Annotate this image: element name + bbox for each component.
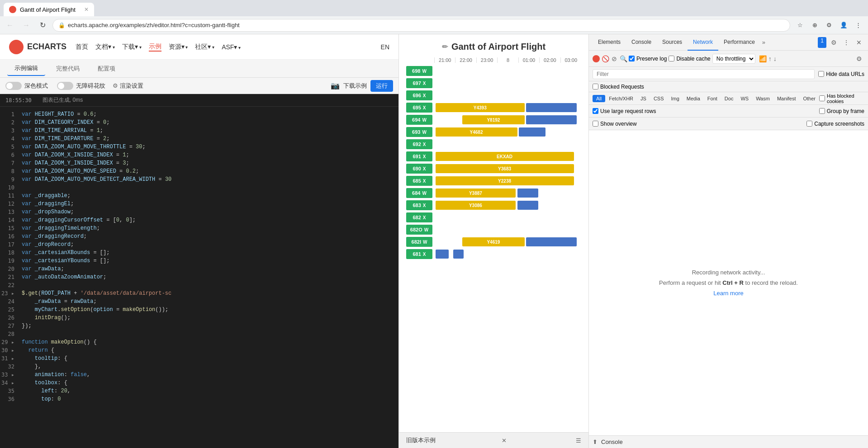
devtools-tabs: Elements Console Sources Network Perform…: [589, 34, 868, 51]
tab-network[interactable]: Network: [688, 34, 718, 51]
filter-button[interactable]: ⊘: [611, 55, 618, 62]
type-filter-fetch[interactable]: Fetch/XHR: [605, 95, 637, 102]
type-filter-font[interactable]: Font: [704, 95, 721, 102]
menu-button[interactable]: ⋮: [852, 19, 864, 32]
forward-button[interactable]: →: [20, 19, 33, 32]
gantt-rows: 698W 697X 696X: [406, 66, 581, 259]
main-area: ECHARTS 首页 文档▾ 下载▾ 示例 资源▾ 社区▾ ASF▾ EN 示例…: [0, 34, 868, 448]
code-content[interactable]: var HEIGHT_RATIO = 0.6; var DIM_CATEGORY…: [18, 107, 398, 448]
nav-examples[interactable]: 示例: [149, 42, 161, 52]
chart-container: ✏ Gantt of Airport Flight 21:00 22:00 23…: [399, 34, 588, 448]
camera-icon[interactable]: 📷: [331, 81, 340, 90]
tab-full-code[interactable]: 完整代码: [49, 62, 87, 75]
accessibility-switch[interactable]: [57, 82, 73, 90]
network-toolbar: 🚫 ⊘ 🔍 Preserve log Disable cache No thro…: [589, 51, 868, 67]
bookmark-button[interactable]: ☆: [794, 19, 806, 32]
nav-download[interactable]: 下载▾: [122, 43, 142, 51]
settings-button[interactable]: ⚙: [823, 19, 835, 32]
type-filter-all[interactable]: All: [593, 95, 605, 102]
gantt-row-691: 691X EKXAD: [406, 151, 581, 162]
banner-close-button[interactable]: ✕: [502, 437, 507, 444]
row-label-682: 682X: [406, 212, 432, 222]
tab-elements[interactable]: Elements: [593, 34, 626, 51]
echarts-header: ECHARTS 首页 文档▾ 下载▾ 示例 资源▾ 社区▾ ASF▾ EN: [0, 34, 398, 60]
nav-asf[interactable]: ASF▾: [222, 43, 241, 51]
type-filter-ws[interactable]: WS: [737, 95, 752, 102]
clear-button[interactable]: 🚫: [602, 55, 609, 62]
language-switch[interactable]: EN: [381, 43, 389, 51]
type-filter-other[interactable]: Other: [799, 95, 819, 102]
address-bar[interactable]: 🔒 echarts.apache.org/examples/zh/editor.…: [52, 19, 790, 32]
code-editor[interactable]: 12345 678910 1112131415 1617181920 21222…: [0, 107, 398, 448]
devtools-settings-icon[interactable]: ⚙: [828, 37, 839, 48]
learn-more-link[interactable]: Learn more: [713, 290, 743, 297]
preserve-log-checkbox[interactable]: Preserve log: [629, 56, 667, 62]
gantt-row-694: 694W Y8192: [406, 114, 581, 125]
dark-mode-switch[interactable]: [5, 82, 22, 90]
nav-docs[interactable]: 文档▾: [95, 43, 115, 51]
editor-subbar: 深色模式 无障碍花纹 ⚙ 渲染设置 📷 下载示例 运行: [0, 78, 398, 94]
nav-community[interactable]: 社区▾: [195, 43, 214, 51]
capture-screenshots-checkbox[interactable]: Capture screenshots: [806, 121, 864, 127]
logo-icon: [9, 40, 24, 54]
type-filter-media[interactable]: Media: [683, 95, 704, 102]
browser-tab[interactable]: Gantt of Airport Flight ✕: [4, 3, 94, 16]
tab-console[interactable]: Console: [626, 34, 657, 51]
disable-cache-checkbox[interactable]: Disable cache: [669, 56, 710, 62]
bar-y4682: Y4682: [436, 127, 517, 137]
old-version-label[interactable]: 旧版本示例: [406, 436, 436, 444]
group-by-frame-checkbox[interactable]: Group by frame: [819, 108, 864, 114]
extensions-button[interactable]: ⊕: [808, 19, 821, 32]
nav-home[interactable]: 首页: [76, 43, 88, 51]
capture-screenshots-label: Capture screenshots: [814, 121, 864, 127]
row-bars-695: Y4393: [432, 103, 581, 113]
type-filter-manifest[interactable]: Manifest: [773, 95, 800, 102]
render-settings[interactable]: ⚙ 渲染设置: [113, 82, 143, 90]
show-overview-checkbox[interactable]: Show overview: [593, 121, 637, 127]
devtools-close-button[interactable]: ✕: [854, 37, 864, 48]
nav-resources[interactable]: 资源▾: [169, 43, 188, 51]
bar-y4619: Y4619: [462, 237, 525, 246]
tab-example-edit[interactable]: 示例编辑: [7, 61, 45, 76]
type-filter-doc[interactable]: Doc: [721, 95, 737, 102]
tab-performance[interactable]: Performance: [718, 34, 760, 51]
type-filter-js[interactable]: JS: [637, 95, 650, 102]
throttle-select[interactable]: No throttling: [712, 54, 755, 64]
type-filter-img[interactable]: Img: [668, 95, 683, 102]
wifi-icon[interactable]: 📶: [759, 55, 767, 62]
profile-button[interactable]: 👤: [837, 19, 850, 32]
tick-0100: 01:00: [518, 57, 539, 63]
type-filter-wasm[interactable]: Wasm: [752, 95, 773, 102]
filter-input[interactable]: [593, 69, 815, 79]
devtools-more-icon[interactable]: ⋮: [841, 37, 852, 48]
show-overview-label: Show overview: [600, 121, 637, 127]
toolbar-icons: 📶 ↑ ↓: [759, 55, 777, 62]
record-button[interactable]: [593, 55, 600, 62]
has-blocked-cookies[interactable]: Has blocked cookies: [819, 93, 864, 104]
tab-config[interactable]: 配置项: [90, 62, 123, 75]
has-blocked-label: Has blocked cookies: [827, 93, 864, 104]
tab-sources[interactable]: Sources: [657, 34, 688, 51]
tab-close-button[interactable]: ✕: [84, 6, 89, 13]
refresh-button[interactable]: ↻: [36, 19, 49, 32]
collapse-icon[interactable]: ☰: [576, 437, 581, 444]
console-expand-icon[interactable]: ⬆: [593, 439, 598, 445]
download-button[interactable]: 下载示例: [343, 82, 367, 90]
type-filter-css[interactable]: CSS: [650, 95, 668, 102]
devtools-settings-btn[interactable]: ⚙: [854, 53, 864, 64]
search-button[interactable]: 🔍: [620, 55, 627, 62]
row-label-683: 683X: [406, 200, 432, 210]
back-button[interactable]: ←: [4, 19, 16, 32]
edit-icon[interactable]: ✏: [442, 42, 448, 51]
console-bar[interactable]: ⬆ Console: [589, 435, 868, 448]
bar-y8192: Y8192: [462, 115, 525, 124]
use-large-rows-checkbox[interactable]: Use large request rows: [593, 108, 656, 114]
run-button[interactable]: 运行: [370, 80, 393, 92]
bar-683-blue: [517, 201, 538, 210]
tab-more[interactable]: »: [762, 39, 765, 46]
download-icon: ↓: [773, 55, 777, 62]
blocked-requests-checkbox[interactable]: Blocked Requests: [593, 84, 644, 90]
hide-data-urls-checkbox[interactable]: Hide data URLs: [818, 71, 864, 77]
use-large-rows-label: Use large request rows: [600, 108, 656, 114]
type-filters: All Fetch/XHR JS CSS Img Media Font Doc …: [589, 92, 868, 105]
